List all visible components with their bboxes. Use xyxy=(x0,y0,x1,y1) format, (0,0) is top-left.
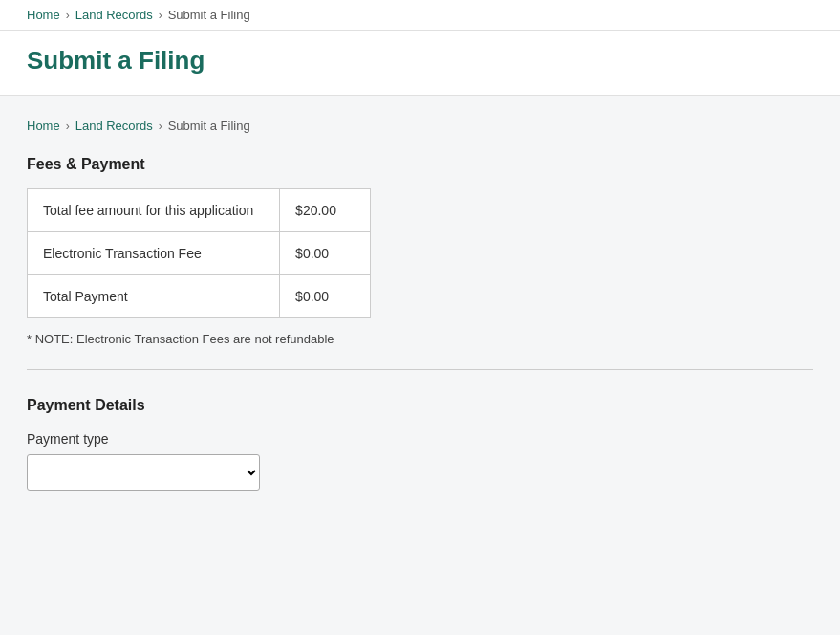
fee-label-electronic: Electronic Transaction Fee xyxy=(28,232,280,275)
top-breadcrumb-home-link[interactable]: Home xyxy=(27,8,60,22)
second-breadcrumb: Home › Land Records › Submit a Filing xyxy=(27,119,813,133)
page-title-bar: Submit a Filing xyxy=(0,31,840,96)
second-breadcrumb-sep-2: › xyxy=(159,120,162,133)
page-title: Submit a Filing xyxy=(27,46,813,76)
fees-payment-section: Fees & Payment Total fee amount for this… xyxy=(27,156,813,346)
second-breadcrumb-land-records-link[interactable]: Land Records xyxy=(75,119,153,133)
payment-type-select[interactable]: Credit Card Check Cash xyxy=(27,454,260,491)
fee-amount-total-application: $20.00 xyxy=(280,189,371,232)
payment-details-title: Payment Details xyxy=(27,397,813,414)
content-area: Home › Land Records › Submit a Filing Fe… xyxy=(0,96,840,514)
table-row: Electronic Transaction Fee $0.00 xyxy=(28,232,371,275)
payment-type-label: Payment type xyxy=(27,431,813,447)
fees-table: Total fee amount for this application $2… xyxy=(27,188,371,318)
second-breadcrumb-current: Submit a Filing xyxy=(168,119,250,133)
top-breadcrumb-current: Submit a Filing xyxy=(168,8,250,22)
payment-details-section: Payment Details Payment type Credit Card… xyxy=(27,397,813,491)
table-row: Total Payment $0.00 xyxy=(28,275,371,318)
table-row: Total fee amount for this application $2… xyxy=(28,189,371,232)
fee-label-total-payment: Total Payment xyxy=(28,275,280,318)
top-breadcrumb-land-records-link[interactable]: Land Records xyxy=(75,8,153,22)
top-breadcrumb-sep-1: › xyxy=(66,9,70,22)
second-breadcrumb-sep-1: › xyxy=(66,120,70,133)
top-breadcrumb-sep-2: › xyxy=(159,9,162,22)
second-breadcrumb-home-link[interactable]: Home xyxy=(27,119,60,133)
top-breadcrumb: Home › Land Records › Submit a Filing xyxy=(0,0,840,31)
fee-label-total-application: Total fee amount for this application xyxy=(28,189,280,232)
refundable-note: * NOTE: Electronic Transaction Fees are … xyxy=(27,332,813,346)
section-divider xyxy=(27,369,813,370)
fee-amount-total-payment: $0.00 xyxy=(280,275,371,318)
fees-section-title: Fees & Payment xyxy=(27,156,813,173)
fee-amount-electronic: $0.00 xyxy=(280,232,371,275)
